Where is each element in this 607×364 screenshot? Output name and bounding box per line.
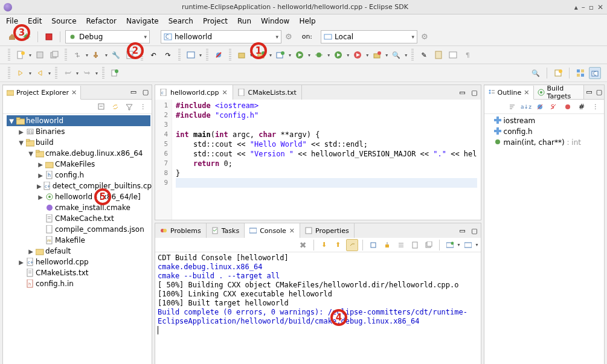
pilcrow-icon[interactable]: ¶ [461,49,474,61]
collapse-all-icon[interactable] [95,101,108,113]
minimize-view-icon[interactable]: ▭ [457,86,469,98]
show-on-msg-icon[interactable] [346,239,358,251]
maximize-icon[interactable]: ▫ [589,3,594,11]
next-annotation-icon[interactable] [14,67,27,79]
search-icon[interactable]: 🔍 [390,49,402,61]
tree-item[interactable]: ▶hconfig.h [7,170,150,180]
open-perspective-icon[interactable] [552,67,564,79]
tree-root[interactable]: ▼ helloworld [7,115,150,126]
menu-refactor[interactable]: Refactor [86,17,117,25]
terminal-icon[interactable] [185,49,197,61]
tree-item[interactable]: ▶helloworld - [x86_64/le] [7,191,150,202]
save-all-button[interactable] [48,49,60,61]
ext-tools-icon[interactable] [371,49,383,61]
close-icon[interactable]: ✕ [289,227,295,235]
toggle-button[interactable]: 01 [124,49,136,61]
hide-static-icon[interactable]: S [548,101,560,113]
launch-target-dropdown[interactable]: Local ▾ [321,30,417,43]
skip-breakpoints-icon[interactable] [213,49,225,61]
sort-icon[interactable] [506,101,518,113]
tree-item[interactable]: ▼cmake.debug.linux.x86_64 [7,148,150,159]
tree-arrow-icon[interactable]: ▶ [37,161,44,168]
minimize-view-icon[interactable]: ▭ [127,86,140,98]
new-folder-icon[interactable] [274,49,286,61]
perspective-resource-icon[interactable] [574,67,586,79]
gear-icon[interactable]: ⚙ [421,32,428,41]
az-icon[interactable]: a↓z [520,101,532,113]
new-button[interactable] [14,49,27,61]
close-icon[interactable]: ✕ [597,3,603,11]
tree-arrow-icon[interactable]: ▶ [37,194,44,200]
launch-mode-dropdown[interactable]: Debug ▾ [65,30,150,43]
outline-item[interactable]: main(int, char**) : int [488,137,603,148]
code-content[interactable]: #include <iostream> #include "config.h" … [172,100,481,220]
tree-item[interactable]: ▶c+helloworld.cpp [7,257,150,267]
outline-item[interactable]: config.h [488,126,603,137]
coverage-button[interactable] [332,49,344,61]
tab-tasks[interactable]: Tasks [207,223,245,238]
maximize-view-icon[interactable]: ▢ [140,86,152,98]
tree-item[interactable]: ▶default [7,246,150,257]
tree-arrow-icon[interactable]: ▶ [37,183,42,190]
tree-item[interactable]: cmake_install.cmake [7,202,150,213]
tree-arrow-icon[interactable]: ▶ [37,172,44,179]
tree-arrow-icon[interactable]: ▼ [8,118,15,124]
filter-icon[interactable] [123,101,135,113]
menu-search[interactable]: Search [169,17,193,25]
display-console-icon[interactable] [444,239,456,251]
build-button[interactable] [6,31,18,43]
tree-item[interactable]: mMakefile [7,235,150,246]
pencil-icon[interactable]: ✎ [418,49,430,61]
prev-annotation-icon[interactable] [34,67,46,79]
launch-config-dropdown[interactable]: C helloworld ▾ [161,30,281,43]
stop-button[interactable] [43,31,55,43]
debug-icon[interactable] [21,31,33,43]
tree-item[interactable]: hconfig.h.in [7,278,150,289]
profile-button[interactable] [352,49,364,61]
outline-tree[interactable]: iostream config.h main(int, char**) : in… [484,114,604,364]
tab-problems[interactable]: Problems [155,223,207,238]
save-button[interactable] [34,49,46,61]
editor-tab-helloworld[interactable]: c helloworld.cpp ✕ [155,85,233,100]
console-output[interactable]: CDT Build Console [helloworld] cmake.deb… [155,252,481,364]
close-icon[interactable]: ✕ [71,89,77,97]
build-button[interactable] [91,49,103,61]
maximize-view-icon[interactable]: ▢ [469,225,481,237]
tree-item[interactable]: ▼build [7,137,150,148]
tab-build-targets[interactable]: Build Targets [534,85,585,99]
maximize-view-icon[interactable]: ▢ [594,86,604,98]
minimize-view-icon[interactable]: ▭ [584,86,594,98]
new-cc-icon[interactable] [236,49,248,61]
tree-item[interactable]: CMakeCache.txt [7,213,150,224]
menu-edit[interactable]: Edit [28,17,42,25]
tree-item[interactable]: compile_commands.json [7,224,150,235]
maximize-view-icon[interactable]: ▢ [469,86,481,98]
tree-arrow-icon[interactable]: ▶ [27,248,34,255]
quick-access-icon[interactable]: 🔍 [530,67,542,79]
switch-button[interactable] [71,49,83,61]
menu-file[interactable]: File [6,17,18,25]
tree-arrow-icon[interactable]: ▶ [18,129,25,135]
outline-item[interactable]: iostream [488,115,603,126]
redo-button[interactable]: ↷ [162,49,174,61]
copy-icon[interactable] [395,239,407,251]
gear-icon[interactable]: ⚙ [285,32,292,41]
menu-help[interactable]: Help [299,17,315,25]
menu-run[interactable]: Run [237,17,251,25]
close-icon[interactable]: ✕ [222,89,227,97]
forward-button[interactable]: ⮩ [81,67,93,79]
word-wrap-icon[interactable] [381,239,393,251]
tree-arrow-icon[interactable]: ▶ [18,259,25,266]
close-icon[interactable]: ✕ [524,89,529,97]
roll-up-icon[interactable]: ▴ [574,3,578,11]
project-tree[interactable]: ▼ helloworld ▶01Binaries▼build▼cmake.deb… [3,114,152,364]
menu-icon[interactable]: ⋮ [137,101,149,113]
minimize-view-icon[interactable]: ▭ [457,225,469,237]
prev-error-icon[interactable]: ⬆ [332,239,344,251]
hash-icon[interactable]: # [576,101,588,113]
hide-nonpublic-icon[interactable] [562,101,574,113]
debug-button[interactable] [313,49,325,61]
back-button[interactable]: ⮨ [62,67,74,79]
tree-item[interactable]: ▶CMakeFiles [7,159,150,170]
clear-console-icon[interactable]: ✖ [297,239,309,251]
